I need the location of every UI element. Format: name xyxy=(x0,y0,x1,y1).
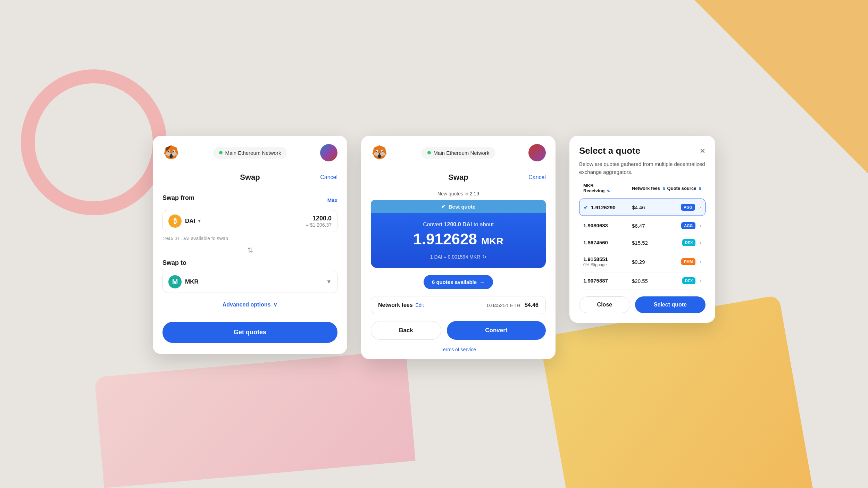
quote-row[interactable]: 1.9080683 $6.47 AGG › xyxy=(579,217,706,234)
metamask-logo xyxy=(162,144,180,161)
bg-rect-pink xyxy=(94,350,415,488)
convert-connector: to about xyxy=(474,221,494,227)
quote-row[interactable]: 1.8674560 $15.52 DEX › xyxy=(579,234,706,251)
fees-eth: 0.045251 ETH xyxy=(487,302,520,308)
quote-row[interactable]: ✔ 1.9126290 $4.46 AGG › xyxy=(579,199,706,216)
swap-to-label: Swap to xyxy=(162,259,337,267)
max-button[interactable]: Max xyxy=(327,197,337,203)
mkr-label: MKR xyxy=(481,236,503,247)
close-button[interactable]: Close xyxy=(579,296,630,313)
select-quote-button[interactable]: Select quote xyxy=(635,296,706,313)
token-from-select[interactable]: DAI ▼ xyxy=(185,218,201,225)
quote-row[interactable]: 1.9158551 0% Slippage $9.29 PMM › xyxy=(579,251,706,272)
panel3-header: Select a quote ✕ xyxy=(579,145,706,156)
tos-link[interactable]: Terms of service xyxy=(361,347,556,359)
svg-marker-12 xyxy=(374,145,385,153)
col-source-header: Quote source ⇅ xyxy=(667,186,701,191)
select-quote-panel: Select a quote ✕ Below are quotes gather… xyxy=(569,136,715,323)
receiving-val: ✔ 1.9126290 xyxy=(584,204,632,211)
svg-point-18 xyxy=(376,151,378,152)
network-label-2: Main Ethereum Network xyxy=(434,150,490,156)
bg-triangle xyxy=(694,0,868,174)
network-dot xyxy=(219,151,223,154)
token-divider xyxy=(207,216,207,227)
token-amount-col: 1200.0 = $1,206.37 xyxy=(213,215,332,228)
quote-panel: Main Ethereum Network Swap Cancel New qu… xyxy=(361,136,556,359)
token-from-symbol: DAI xyxy=(185,218,195,225)
row-arrow-icon: › xyxy=(700,223,701,228)
col-mkr-label: MKR xyxy=(583,183,632,188)
avatar xyxy=(320,144,337,161)
quote-main-card: Convert 1200.0 DAI to about 1.912628 MKR… xyxy=(371,213,546,268)
panels-container: Main Ethereum Network Swap Cancel Swap f… xyxy=(153,136,715,359)
sort-fees-icon[interactable]: ⇅ xyxy=(662,187,665,191)
fees-val: $20.55 xyxy=(632,278,667,284)
svg-point-19 xyxy=(382,151,383,152)
selected-check-icon: ✔ xyxy=(584,204,588,211)
refresh-icon[interactable]: ↻ xyxy=(482,254,486,260)
cancel-button-2[interactable]: Cancel xyxy=(528,174,546,180)
fees-label-text: Network fees xyxy=(378,302,413,308)
panel1-body: Swap from Max ₿ DAI ▼ 1200.0 = $1,206.37… xyxy=(153,187,347,354)
panel1-title-row: Swap Cancel xyxy=(153,167,347,187)
source-val: AGG › xyxy=(667,204,701,211)
token-to-select[interactable]: M MKR ▼ xyxy=(162,271,337,293)
bg-circle xyxy=(21,69,167,215)
fees-val: $15.52 xyxy=(632,240,667,246)
get-quotes-button[interactable]: Get quotes xyxy=(162,322,337,343)
fees-val: $4.46 xyxy=(632,204,666,210)
fees-val: $9.29 xyxy=(632,259,667,265)
advanced-options-label: Advanced options xyxy=(223,302,271,308)
source-val: DEX › xyxy=(667,239,701,246)
best-quote-banner: ✔ Best quote xyxy=(371,200,546,213)
network-badge-2[interactable]: Main Ethereum Network xyxy=(421,147,496,159)
source-badge: DEX xyxy=(682,277,696,284)
fees-label: Network fees Edit xyxy=(378,302,424,308)
receiving-val: 1.9075887 xyxy=(583,278,632,284)
source-badge: AGG xyxy=(681,204,695,211)
dai-icon: ₿ xyxy=(168,214,182,228)
exchange-rate-text: 1 DAI = 0.001594 MKR xyxy=(430,254,480,260)
fees-usd: $4.46 xyxy=(525,302,539,308)
quotes-available-label: 6 quotes available xyxy=(432,279,477,285)
receiving-val: 1.9080683 xyxy=(583,222,632,229)
panel3-subtitle: Below are quotes gathered from multiple … xyxy=(579,160,706,176)
source-val: PMM › xyxy=(667,258,701,265)
cancel-button[interactable]: Cancel xyxy=(320,174,337,180)
convert-verb: Convert xyxy=(423,221,442,227)
edit-link[interactable]: Edit xyxy=(416,302,424,308)
receiving-val: 1.9158551 0% Slippage xyxy=(583,256,632,267)
advanced-options-button[interactable]: Advanced options ∨ xyxy=(162,301,337,308)
swap-arrow-icon[interactable]: ⇅ xyxy=(162,246,337,254)
avatar-2 xyxy=(528,144,546,161)
chevron-down-icon: ▼ xyxy=(197,219,201,224)
col-fees-header: Network fees ⇅ xyxy=(632,186,667,191)
receiving-val: 1.8674560 xyxy=(583,239,632,246)
source-badge: AGG xyxy=(681,222,695,229)
back-button[interactable]: Back xyxy=(371,321,441,340)
swap-to-chevron-icon: ▼ xyxy=(326,279,332,285)
fees-val: $6.47 xyxy=(632,223,667,229)
advanced-options-chevron-icon: ∨ xyxy=(273,301,277,308)
mkr-amount: 1.912628 xyxy=(413,230,477,248)
sort-receiving-icon[interactable]: ⇅ xyxy=(607,189,610,193)
col-receiving-header: MKR Receiving ⇅ xyxy=(583,183,632,193)
convert-button[interactable]: Convert xyxy=(447,321,546,340)
mkr-icon: M xyxy=(168,275,182,288)
token-from-input[interactable]: ₿ DAI ▼ 1200.0 = $1,206.37 xyxy=(162,210,337,232)
source-badge: PMM xyxy=(681,258,696,265)
network-badge[interactable]: Main Ethereum Network xyxy=(213,147,287,159)
quote-row[interactable]: 1.9075887 $20.55 DEX › xyxy=(579,272,706,289)
checkmark-icon: ✔ xyxy=(441,203,446,210)
quotes-available-button[interactable]: 6 quotes available → xyxy=(424,275,493,289)
svg-point-9 xyxy=(168,151,169,152)
panel1-title: Swap xyxy=(240,173,260,182)
panel3-title: Select a quote xyxy=(579,145,640,156)
best-quote-label: Best quote xyxy=(449,204,476,210)
sort-source-icon[interactable]: ⇅ xyxy=(699,187,701,191)
close-icon[interactable]: ✕ xyxy=(700,147,706,155)
available-text: 1946.31 DAI available to swap xyxy=(162,236,337,241)
action-buttons: Back Convert xyxy=(361,321,556,347)
quotes-list: ✔ 1.9126290 $4.46 AGG › 1.9080683 $6.47 … xyxy=(579,199,706,289)
quotes-table-header: MKR Receiving ⇅ Network fees ⇅ Quote sou… xyxy=(579,183,706,197)
